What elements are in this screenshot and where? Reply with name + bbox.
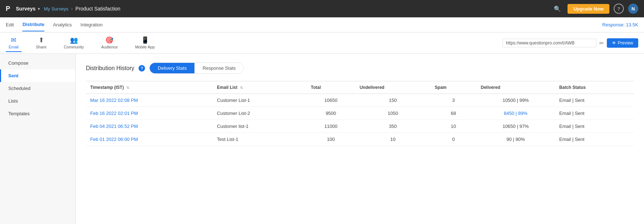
logo: P [6,5,10,13]
cell-email-list: Customer List-1 [213,94,306,107]
sidebar-item-templates[interactable]: Templates [0,107,75,120]
help-button[interactable]: ? [614,4,624,14]
cell-spam: 0 [430,133,476,146]
upgrade-button[interactable]: Upgrade Now [568,4,609,14]
distribution-history-title: Distribution History [86,65,134,72]
table-row: Feb 01 2022 06:00 PM Test List-1 100 10 … [86,133,634,146]
cell-batch-status: Email | Sent [555,133,634,146]
cell-undelivered: 1050 [355,107,430,120]
surveys-dropdown-arrow: ▾ [38,7,40,11]
delivery-stats-button[interactable]: Delivery Stats [150,63,194,73]
cell-total: 100 [306,133,355,146]
cell-undelivered: 150 [355,94,430,107]
cell-spam: 68 [430,107,476,120]
url-bar: ✏ 👁 Preview [503,38,638,48]
cell-delivered[interactable]: 8450 | 89% [477,107,555,120]
top-nav: P Surveys ▾ My Surveys › Product Satisfa… [0,0,644,17]
cell-delivered: 10650 | 97% [477,120,555,133]
breadcrumb: My Surveys › Product Satisfaction [44,6,121,12]
sidebar-item-compose[interactable]: Compose [0,57,75,69]
preview-button[interactable]: 👁 Preview [607,38,638,48]
content-area: Distribution History ? Delivery Stats Re… [76,54,644,224]
user-button[interactable]: N [628,4,638,14]
table-header-row: Timestamp (IST) ⇅ Email List ⇅ Total Und… [86,81,634,94]
cell-spam: 10 [430,120,476,133]
audience-tab[interactable]: 🎯 Audience [98,34,121,52]
integration-nav-item[interactable]: Integration [80,18,102,31]
community-tab[interactable]: 👥 Community [61,34,87,52]
sub-nav: Edit Distribute Analytics Integration Re… [0,17,644,33]
audience-icon: 🎯 [105,36,113,44]
cell-email-list: Customer list-1 [213,120,306,133]
surveys-label: Surveys [16,6,35,12]
sidebar-item-sent[interactable]: Sent [0,69,75,82]
share-tab-label: Share [36,45,47,49]
cell-undelivered: 350 [355,120,430,133]
breadcrumb-chevron: › [71,7,73,11]
cell-timestamp[interactable]: Feb 16 2022 02:01 PM [86,107,213,120]
share-icon: ⬆ [39,36,44,44]
cell-email-list: Customer List-2 [213,107,306,120]
response-stats-button[interactable]: Response Stats [194,63,244,73]
audience-tab-label: Audience [101,45,118,49]
mobile-tab-label: Mobile App [135,45,154,49]
distribution-history-header: Distribution History ? Delivery Stats Re… [86,63,634,74]
email-tab[interactable]: ✉ Email [6,34,22,52]
distribution-table: Timestamp (IST) ⇅ Email List ⇅ Total Und… [86,81,634,146]
cell-batch-status: Email | Sent [555,107,634,120]
cell-undelivered: 10 [355,133,430,146]
main-layout: Compose Sent Scheduled Lists Templates D… [0,54,644,224]
top-nav-right: 🔍 Upgrade Now ? N [552,3,638,14]
cell-batch-status: Email | Sent [555,120,634,133]
my-surveys-link[interactable]: My Surveys [44,6,69,12]
sidebar-item-scheduled[interactable]: Scheduled [0,82,75,95]
cell-batch-status: Email | Sent [555,94,634,107]
survey-url-input[interactable] [503,39,596,47]
cell-total: 11000 [306,120,355,133]
preview-label: Preview [618,40,633,46]
table-row: Feb 16 2022 02:01 PM Customer List-2 950… [86,107,634,120]
cell-total: 9500 [306,107,355,120]
analytics-nav-item[interactable]: Analytics [53,18,72,31]
col-total: Total [306,81,355,94]
distribute-nav-item[interactable]: Distribute [22,18,44,31]
mobile-app-tab[interactable]: 📱 Mobile App [132,34,157,52]
col-spam: Spam [430,81,476,94]
email-icon: ✉ [11,36,16,44]
icon-tab-bar: ✉ Email ⬆ Share 👥 Community 🎯 Audience 📱… [0,33,644,54]
sidebar: Compose Sent Scheduled Lists Templates [0,54,76,224]
share-tab[interactable]: ⬆ Share [33,34,49,52]
email-tab-label: Email [9,45,19,49]
community-tab-label: Community [64,45,84,49]
email-list-sort-icon[interactable]: ⇅ [240,86,243,90]
search-button[interactable]: 🔍 [552,3,563,14]
table-row: Feb 04 2021 06:52 PM Customer list-1 110… [86,120,634,133]
timestamp-sort-icon[interactable]: ⇅ [126,86,129,90]
table-row: Mar 16 2022 02:08 PM Customer List-1 106… [86,94,634,107]
distribution-help-icon[interactable]: ? [139,65,145,72]
sidebar-item-lists[interactable]: Lists [0,95,75,107]
page-title: Product Satisfaction [75,6,121,12]
edit-url-button[interactable]: ✏ [599,40,604,47]
col-timestamp: Timestamp (IST) ⇅ [86,81,213,94]
cell-total: 10650 [306,94,355,107]
eye-icon: 👁 [612,40,616,46]
community-icon: 👥 [70,36,78,44]
cell-timestamp[interactable]: Feb 01 2022 06:00 PM [86,133,213,146]
cell-delivered: 10500 | 99% [477,94,555,107]
surveys-nav[interactable]: Surveys ▾ [16,6,39,12]
col-batch-status: Batch Status [555,81,634,94]
col-email-list: Email List ⇅ [213,81,306,94]
cell-timestamp[interactable]: Mar 16 2022 02:08 PM [86,94,213,107]
cell-timestamp[interactable]: Feb 04 2021 06:52 PM [86,120,213,133]
col-undelivered: Undelivered [355,81,430,94]
edit-nav-item[interactable]: Edit [6,18,14,31]
cell-spam: 3 [430,94,476,107]
cell-email-list: Test List-1 [213,133,306,146]
col-delivered: Delivered [477,81,555,94]
response-count: Response: 13.5K [602,22,638,27]
stats-toggle-group: Delivery Stats Response Stats [149,63,244,74]
cell-delivered: 90 | 90% [477,133,555,146]
mobile-icon: 📱 [141,36,149,44]
